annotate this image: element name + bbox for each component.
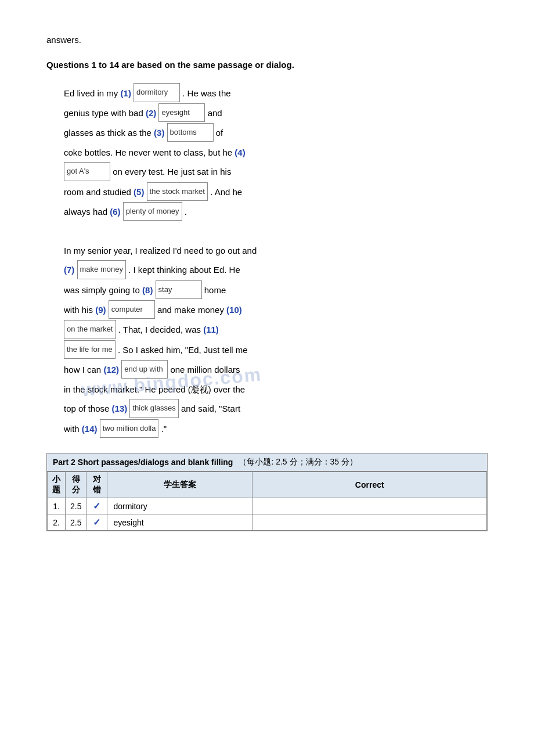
input-8[interactable]: stay	[156, 280, 202, 300]
part-title: Part 2 Short passages/dialogs and blank …	[53, 458, 233, 467]
passage-line7: In my senior year, I realized I'd need t…	[64, 246, 257, 255]
passage-line12: how I can (12) end up with one million d…	[64, 365, 240, 375]
passage-line15: with (14) two million dolla ."	[64, 424, 167, 434]
cell-check: ✓	[86, 514, 107, 531]
cell-score: 2.5	[66, 498, 86, 514]
input-11[interactable]: the life for me	[64, 340, 116, 359]
input-14[interactable]: two million dolla	[100, 419, 159, 438]
input-9[interactable]: computer	[109, 300, 155, 319]
cell-correct	[252, 498, 487, 514]
col-header-answer: 学生答案	[107, 472, 252, 498]
cell-check: ✓	[86, 498, 107, 514]
input-2[interactable]: eyesight	[158, 103, 205, 123]
input-6[interactable]: plenty of money	[123, 202, 182, 221]
passage-line7b: (7) make money . I kept thinking about E…	[64, 265, 240, 275]
cell-num: 2.	[48, 514, 66, 531]
col-header-correct: Correct	[252, 472, 487, 498]
input-3[interactable]: bottoms	[167, 123, 214, 142]
passage-line2: genius type with bad (2) eyesight and	[64, 108, 222, 118]
passage-line5: room and studied (5) the stock market . …	[64, 187, 242, 197]
cell-answer: eyesight	[107, 514, 252, 531]
cell-score: 2.5	[66, 514, 86, 531]
passage-line6: always had (6) plenty of money .	[64, 207, 187, 217]
passage-line1: Ed lived in my (1) dormitory . He was th…	[64, 88, 231, 98]
passage-line10: on the market . That, I decided, was (11…	[64, 325, 219, 334]
input-5[interactable]: the stock market	[147, 182, 208, 201]
cell-answer: dormitory	[107, 498, 252, 514]
questions-header: Questions 1 to 14 are based on the same …	[46, 59, 488, 72]
col-header-dui: 对错	[86, 472, 107, 498]
cell-num: 1.	[48, 498, 66, 514]
cell-correct	[252, 514, 487, 531]
passage-line11: the life for me . So I asked him, "Ed, J…	[64, 345, 248, 355]
input-10[interactable]: on the market	[64, 320, 116, 339]
answers-text: answers.	[46, 35, 488, 45]
part-meta: （每小题: 2.5 分；满分：35 分）	[239, 457, 358, 467]
passage-line9: with his (9) computer and make money (10…	[64, 305, 242, 315]
input-12[interactable]: end up with	[121, 360, 168, 379]
input-13[interactable]: thick glasses	[129, 399, 178, 418]
passage-line4: coke bottles. He never went to class, bu…	[64, 147, 246, 177]
passage-line14: top of those (13) thick glasses and said…	[64, 404, 240, 413]
passage-line8: was simply going to (8) stay home	[64, 285, 226, 295]
table-row: 1. 2.5 ✓ dormitory	[48, 498, 487, 514]
grade-table: 小题 得分 对错 学生答案 Correct 1. 2.5 ✓ dormitory…	[47, 471, 487, 531]
input-4[interactable]: got A's	[64, 162, 110, 181]
passage-area: Ed lived in my (1) dormitory . He was th…	[64, 84, 488, 440]
table-header-row: Part 2 Short passages/dialogs and blank …	[47, 453, 487, 471]
passage-line3: glasses as thick as the (3) bottoms of	[64, 128, 223, 138]
input-1[interactable]: dormitory	[134, 83, 180, 102]
passage-line13: in the stock market." He peered (凝视) ove…	[64, 384, 245, 394]
input-7[interactable]: make money	[77, 260, 126, 279]
grading-table-wrapper: Part 2 Short passages/dialogs and blank …	[46, 453, 488, 531]
table-header: 小题 得分 对错 学生答案 Correct	[48, 472, 487, 498]
table-row: 2. 2.5 ✓ eyesight	[48, 514, 487, 531]
col-header-de: 得分	[66, 472, 86, 498]
col-header-xiao: 小题	[48, 472, 66, 498]
